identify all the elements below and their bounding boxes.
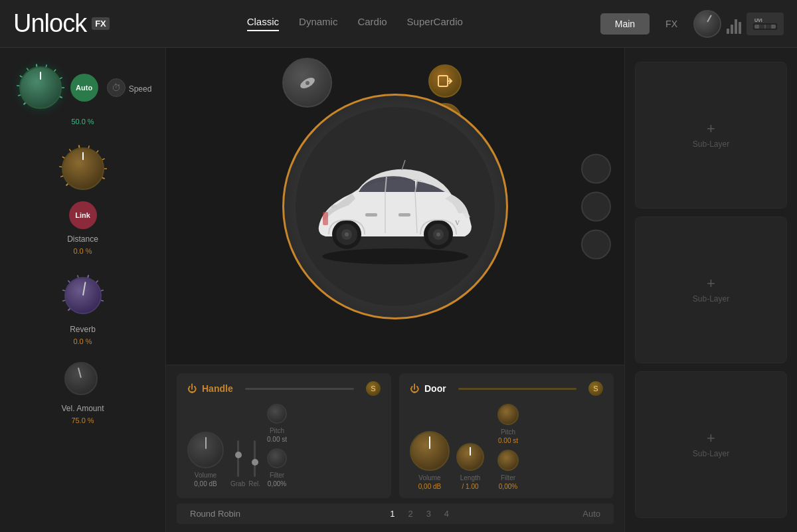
rel-slider[interactable]: [254, 440, 256, 477]
svg-point-59: [436, 232, 440, 236]
handle-sliders: Grab Rel.: [230, 440, 260, 488]
rr-label: Round Robin: [190, 509, 256, 519]
svg-point-45: [322, 248, 468, 264]
auto-button[interactable]: Auto: [70, 74, 98, 102]
door-volume-knob[interactable]: [410, 431, 450, 471]
arrow-in-icon: [437, 73, 453, 89]
sub-layer-3-label: Sub-Layer: [693, 449, 729, 458]
grab-col: Grab: [230, 440, 245, 488]
door-filter-value: 0,00%: [499, 483, 517, 490]
distance-section: Link Distance 0.0 %: [10, 142, 155, 255]
svg-text:UVI: UVI: [754, 18, 762, 23]
handle-power-icon[interactable]: ⏻: [187, 383, 197, 394]
sample-pad-1[interactable]: [581, 153, 611, 183]
handle-filter-knob[interactable]: [267, 448, 287, 468]
svg-rect-61: [323, 212, 328, 225]
sample-disc[interactable]: [282, 58, 332, 108]
distance-knob[interactable]: [62, 147, 104, 190]
arrow-in-button[interactable]: [428, 64, 462, 98]
door-power-icon[interactable]: ⏻: [410, 383, 419, 394]
grab-label: Grab: [230, 480, 245, 488]
rr-btn-1[interactable]: 1: [390, 509, 395, 519]
sub-layer-1-label: Sub-Layer: [693, 139, 729, 149]
handle-module: ⏻ Handle S Volume 0,00 dB: [177, 373, 391, 498]
reverb-label: Reverb: [70, 325, 96, 334]
reverb-knob[interactable]: [64, 277, 102, 314]
door-knobs: Volume 0,00 dB Length / 1.00: [410, 404, 603, 490]
reverb-section: Reverb 0.0 %: [10, 272, 155, 345]
door-header: ⏻ Door S: [410, 381, 603, 396]
vel-knob[interactable]: [64, 362, 98, 395]
handle-s-badge[interactable]: S: [366, 381, 381, 396]
rr-btn-3[interactable]: 3: [426, 509, 431, 519]
handle-title: Handle: [202, 383, 233, 394]
distance-knob-wrap: [56, 142, 110, 195]
sub-layer-3-content: + Sub-Layer: [693, 431, 729, 458]
handle-pitch-value: 0.00 st: [267, 436, 287, 443]
header-right: Main FX UVI: [600, 10, 784, 38]
app-logo: Unlock: [13, 9, 86, 38]
volume-knob-header[interactable]: [693, 10, 721, 38]
door-s-badge[interactable]: S: [588, 381, 603, 396]
rel-label: Rel.: [248, 480, 260, 488]
handle-slider[interactable]: [245, 388, 354, 390]
speed-knob-wrap: [14, 61, 67, 114]
svg-line-60: [402, 160, 405, 170]
tab-cardio[interactable]: Cardio: [357, 16, 387, 31]
door-volume-col: Volume 0,00 dB: [410, 431, 450, 490]
speed-label: Speed: [129, 84, 152, 94]
rr-auto-label[interactable]: Auto: [582, 509, 600, 519]
vel-knob-wrap: [64, 362, 101, 399]
rr-btn-2[interactable]: 2: [408, 509, 412, 519]
uvi-bars: [727, 14, 741, 34]
plus-icon-1: +: [707, 122, 715, 136]
door-length-value: / 1.00: [462, 483, 478, 490]
handle-volume-col: Volume 0,00 dB: [187, 432, 224, 488]
rel-col: Rel.: [248, 440, 260, 488]
speed-value: 50.0 %: [71, 118, 94, 126]
svg-rect-50: [398, 213, 410, 217]
handle-volume-knob[interactable]: [187, 432, 224, 468]
handle-pitch-knob[interactable]: [267, 404, 287, 424]
door-length-label: Length: [460, 474, 481, 482]
tab-supercardio[interactable]: SuperCardio: [407, 16, 463, 31]
sample-pad-3[interactable]: [581, 229, 611, 259]
fx-button[interactable]: FX: [655, 13, 688, 35]
door-length-knob[interactable]: [456, 443, 484, 471]
svg-rect-41: [438, 76, 448, 86]
door-pitch-value: 0.00 st: [498, 437, 518, 444]
door-pitch-knob[interactable]: [497, 404, 519, 425]
fx-badge: FX: [92, 17, 110, 30]
grab-slider[interactable]: [237, 440, 239, 477]
vel-section: Vel. Amount 75.0 %: [10, 362, 155, 424]
sample-pads-right: [581, 153, 611, 259]
tab-classic[interactable]: Classic: [247, 16, 279, 31]
main-button[interactable]: Main: [600, 13, 650, 35]
rr-buttons: 1 2 3 4: [276, 509, 563, 519]
door-volume-value: 0,00 dB: [418, 483, 441, 490]
sub-layer-2[interactable]: + Sub-Layer: [635, 217, 787, 363]
speed-knob[interactable]: [19, 66, 62, 109]
header: Unlock FX Classic Dynamic Cardio SuperCa…: [0, 0, 797, 48]
rr-btn-4[interactable]: 4: [444, 509, 449, 519]
svg-point-55: [345, 232, 349, 236]
door-slider-track[interactable]: [458, 388, 576, 390]
handle-volume-value: 0,00 dB: [194, 480, 217, 488]
tab-dynamic[interactable]: Dynamic: [299, 16, 337, 31]
car-image-area: V: [296, 107, 495, 306]
plus-icon-2: +: [707, 276, 715, 291]
reverb-value: 0.0 %: [73, 337, 92, 345]
handle-filter-value: 0,00%: [268, 480, 286, 488]
nav-tabs: Classic Dynamic Cardio SuperCardio: [110, 16, 600, 31]
distance-value: 0.0 %: [73, 247, 92, 255]
sub-layer-3[interactable]: + Sub-Layer: [635, 371, 787, 518]
vel-value: 75.0 %: [71, 416, 94, 424]
handle-pitch-col: Pitch 0.00 st: [267, 404, 287, 443]
timer-button[interactable]: ⏱: [107, 78, 126, 97]
door-filter-label: Filter: [501, 474, 515, 482]
sample-pad-2[interactable]: [581, 191, 611, 221]
svg-rect-51: [365, 213, 377, 217]
link-button[interactable]: Link: [69, 201, 97, 229]
door-filter-knob[interactable]: [497, 450, 519, 471]
sub-layer-1[interactable]: + Sub-Layer: [635, 62, 787, 209]
